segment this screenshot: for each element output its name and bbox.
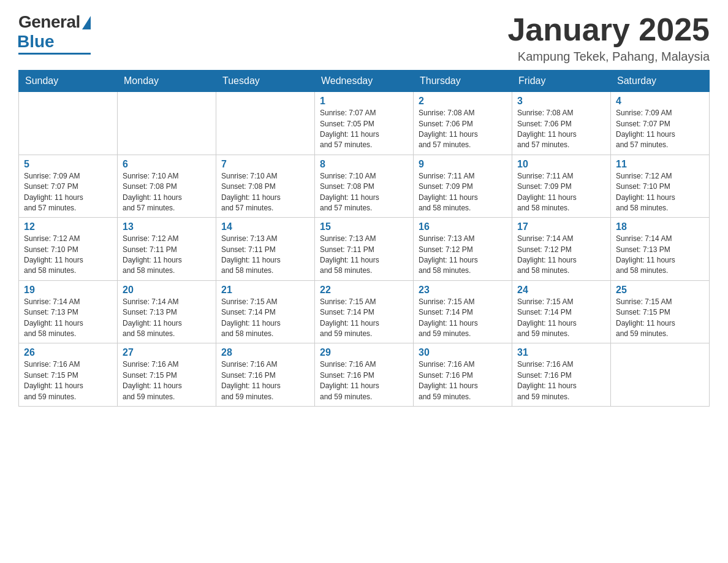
day-info: Sunrise: 7:07 AM Sunset: 7:05 PM Dayligh… — [320, 108, 408, 151]
day-info: Sunrise: 7:10 AM Sunset: 7:08 PM Dayligh… — [123, 171, 211, 214]
calendar-cell: 23Sunrise: 7:15 AM Sunset: 7:14 PM Dayli… — [414, 280, 512, 343]
day-number: 19 — [24, 285, 112, 296]
day-info: Sunrise: 7:10 AM Sunset: 7:08 PM Dayligh… — [221, 171, 309, 214]
calendar-header-friday: Friday — [512, 71, 611, 92]
day-info: Sunrise: 7:16 AM Sunset: 7:16 PM Dayligh… — [419, 359, 507, 402]
day-info: Sunrise: 7:16 AM Sunset: 7:16 PM Dayligh… — [320, 359, 408, 402]
day-number: 2 — [419, 96, 507, 107]
day-info: Sunrise: 7:15 AM Sunset: 7:14 PM Dayligh… — [221, 297, 309, 340]
calendar-cell — [611, 343, 710, 407]
day-number: 11 — [616, 159, 704, 170]
day-number: 5 — [24, 159, 112, 170]
calendar-cell: 21Sunrise: 7:15 AM Sunset: 7:14 PM Dayli… — [216, 280, 315, 343]
calendar-cell: 9Sunrise: 7:11 AM Sunset: 7:09 PM Daylig… — [414, 155, 512, 218]
day-number: 4 — [616, 96, 704, 107]
day-number: 22 — [320, 285, 408, 296]
calendar-table: SundayMondayTuesdayWednesdayThursdayFrid… — [18, 70, 710, 407]
day-number: 29 — [320, 347, 408, 358]
day-number: 14 — [221, 221, 309, 232]
day-info: Sunrise: 7:10 AM Sunset: 7:08 PM Dayligh… — [320, 171, 408, 214]
day-number: 24 — [517, 285, 605, 296]
calendar-cell: 6Sunrise: 7:10 AM Sunset: 7:08 PM Daylig… — [118, 155, 216, 218]
calendar-week-2: 5Sunrise: 7:09 AM Sunset: 7:07 PM Daylig… — [19, 155, 710, 218]
day-info: Sunrise: 7:15 AM Sunset: 7:15 PM Dayligh… — [616, 297, 704, 340]
calendar-week-3: 12Sunrise: 7:12 AM Sunset: 7:10 PM Dayli… — [19, 218, 710, 281]
day-number: 6 — [123, 159, 211, 170]
day-info: Sunrise: 7:16 AM Sunset: 7:15 PM Dayligh… — [123, 359, 211, 402]
calendar-cell: 31Sunrise: 7:16 AM Sunset: 7:16 PM Dayli… — [512, 343, 611, 407]
calendar-cell: 20Sunrise: 7:14 AM Sunset: 7:13 PM Dayli… — [118, 280, 216, 343]
calendar-cell: 5Sunrise: 7:09 AM Sunset: 7:07 PM Daylig… — [19, 155, 118, 218]
day-number: 9 — [419, 159, 507, 170]
day-number: 13 — [123, 221, 211, 232]
day-number: 31 — [517, 347, 605, 358]
day-number: 17 — [517, 221, 605, 232]
calendar-header-thursday: Thursday — [414, 71, 512, 92]
day-number: 16 — [419, 221, 507, 232]
title-section: January 2025 Kampung Tekek, Pahang, Mala… — [507, 12, 710, 64]
day-info: Sunrise: 7:15 AM Sunset: 7:14 PM Dayligh… — [320, 297, 408, 340]
logo-general-text: General — [18, 12, 80, 32]
day-number: 8 — [320, 159, 408, 170]
day-number: 26 — [24, 347, 112, 358]
logo-triangle-icon — [82, 16, 91, 29]
day-number: 12 — [24, 221, 112, 232]
day-number: 15 — [320, 221, 408, 232]
calendar-cell: 19Sunrise: 7:14 AM Sunset: 7:13 PM Dayli… — [19, 280, 118, 343]
day-number: 23 — [419, 285, 507, 296]
calendar-cell: 15Sunrise: 7:13 AM Sunset: 7:11 PM Dayli… — [315, 218, 414, 281]
calendar-cell: 11Sunrise: 7:12 AM Sunset: 7:10 PM Dayli… — [611, 155, 710, 218]
calendar-cell: 4Sunrise: 7:09 AM Sunset: 7:07 PM Daylig… — [611, 92, 710, 155]
day-info: Sunrise: 7:13 AM Sunset: 7:12 PM Dayligh… — [419, 234, 507, 277]
day-info: Sunrise: 7:15 AM Sunset: 7:14 PM Dayligh… — [517, 297, 605, 340]
day-info: Sunrise: 7:14 AM Sunset: 7:13 PM Dayligh… — [616, 234, 704, 277]
day-info: Sunrise: 7:12 AM Sunset: 7:10 PM Dayligh… — [616, 171, 704, 214]
calendar-cell: 2Sunrise: 7:08 AM Sunset: 7:06 PM Daylig… — [414, 92, 512, 155]
page-header: General Blue January 2025 Kampung Tekek,… — [18, 12, 710, 64]
day-info: Sunrise: 7:16 AM Sunset: 7:16 PM Dayligh… — [517, 359, 605, 402]
calendar-title: January 2025 — [507, 12, 710, 47]
day-info: Sunrise: 7:12 AM Sunset: 7:10 PM Dayligh… — [24, 234, 112, 277]
calendar-cell: 17Sunrise: 7:14 AM Sunset: 7:12 PM Dayli… — [512, 218, 611, 281]
calendar-cell: 16Sunrise: 7:13 AM Sunset: 7:12 PM Dayli… — [414, 218, 512, 281]
calendar-cell: 10Sunrise: 7:11 AM Sunset: 7:09 PM Dayli… — [512, 155, 611, 218]
day-number: 30 — [419, 347, 507, 358]
calendar-week-1: 1Sunrise: 7:07 AM Sunset: 7:05 PM Daylig… — [19, 92, 710, 155]
calendar-header-wednesday: Wednesday — [315, 71, 414, 92]
calendar-header-sunday: Sunday — [19, 71, 118, 92]
calendar-week-4: 19Sunrise: 7:14 AM Sunset: 7:13 PM Dayli… — [19, 280, 710, 343]
day-info: Sunrise: 7:14 AM Sunset: 7:12 PM Dayligh… — [517, 234, 605, 277]
calendar-subtitle: Kampung Tekek, Pahang, Malaysia — [507, 50, 710, 64]
calendar-cell — [216, 92, 315, 155]
calendar-cell: 28Sunrise: 7:16 AM Sunset: 7:16 PM Dayli… — [216, 343, 315, 407]
calendar-cell: 26Sunrise: 7:16 AM Sunset: 7:15 PM Dayli… — [19, 343, 118, 407]
calendar-cell: 30Sunrise: 7:16 AM Sunset: 7:16 PM Dayli… — [414, 343, 512, 407]
calendar-cell: 29Sunrise: 7:16 AM Sunset: 7:16 PM Dayli… — [315, 343, 414, 407]
day-number: 1 — [320, 96, 408, 107]
day-number: 28 — [221, 347, 309, 358]
day-number: 25 — [616, 285, 704, 296]
day-number: 21 — [221, 285, 309, 296]
day-number: 27 — [123, 347, 211, 358]
calendar-cell — [19, 92, 118, 155]
calendar-header-tuesday: Tuesday — [216, 71, 315, 92]
logo: General Blue — [18, 12, 91, 55]
calendar-cell: 25Sunrise: 7:15 AM Sunset: 7:15 PM Dayli… — [611, 280, 710, 343]
calendar-cell — [118, 92, 216, 155]
calendar-cell: 8Sunrise: 7:10 AM Sunset: 7:08 PM Daylig… — [315, 155, 414, 218]
day-info: Sunrise: 7:14 AM Sunset: 7:13 PM Dayligh… — [123, 297, 211, 340]
day-number: 20 — [123, 285, 211, 296]
day-info: Sunrise: 7:08 AM Sunset: 7:06 PM Dayligh… — [419, 108, 507, 151]
calendar-cell: 3Sunrise: 7:08 AM Sunset: 7:06 PM Daylig… — [512, 92, 611, 155]
day-info: Sunrise: 7:09 AM Sunset: 7:07 PM Dayligh… — [24, 171, 112, 214]
calendar-cell: 12Sunrise: 7:12 AM Sunset: 7:10 PM Dayli… — [19, 218, 118, 281]
day-info: Sunrise: 7:14 AM Sunset: 7:13 PM Dayligh… — [24, 297, 112, 340]
calendar-cell: 24Sunrise: 7:15 AM Sunset: 7:14 PM Dayli… — [512, 280, 611, 343]
day-info: Sunrise: 7:15 AM Sunset: 7:14 PM Dayligh… — [419, 297, 507, 340]
calendar-cell: 27Sunrise: 7:16 AM Sunset: 7:15 PM Dayli… — [118, 343, 216, 407]
day-info: Sunrise: 7:11 AM Sunset: 7:09 PM Dayligh… — [419, 171, 507, 214]
calendar-cell: 7Sunrise: 7:10 AM Sunset: 7:08 PM Daylig… — [216, 155, 315, 218]
calendar-cell: 13Sunrise: 7:12 AM Sunset: 7:11 PM Dayli… — [118, 218, 216, 281]
logo-blue-text: Blue — [17, 32, 55, 52]
day-info: Sunrise: 7:08 AM Sunset: 7:06 PM Dayligh… — [517, 108, 605, 151]
